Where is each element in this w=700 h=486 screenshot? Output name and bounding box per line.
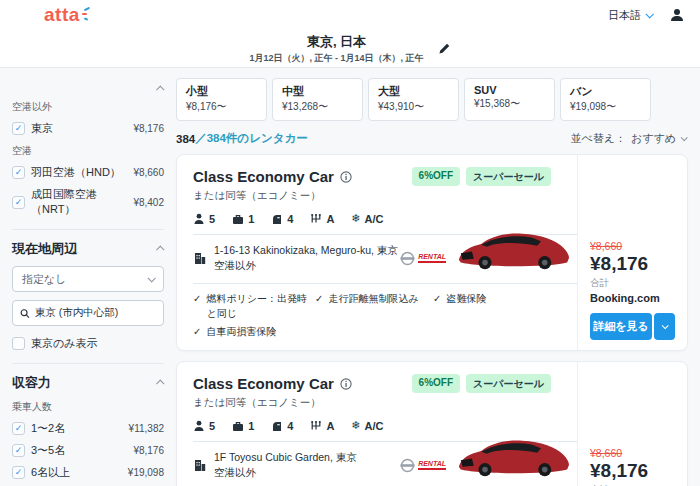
- divider: [193, 283, 577, 284]
- filter-checkbox-haneda[interactable]: ✓ 羽田空港（HND） ¥8,660: [12, 165, 164, 180]
- sort-dropdown[interactable]: 並べ替え： おすすめ: [570, 131, 686, 146]
- category-chips: 小型 ¥8,176〜 中型 ¥13,268〜 大型 ¥43,910〜 SUV ¥…: [176, 78, 688, 121]
- filter-checkbox-tokyo[interactable]: ✓ 東京 ¥8,176: [12, 121, 164, 136]
- chip-label: 小型: [186, 84, 257, 99]
- filter-label: 東京のみ表示: [31, 336, 98, 351]
- checkbox-checked-icon: ✓: [12, 196, 25, 209]
- discount-badge: 6%OFF: [412, 374, 460, 393]
- doors-count: 4: [287, 420, 293, 432]
- collapse-icon: [156, 379, 164, 387]
- filter-checkbox-6plus[interactable]: ✓ 6名以上 ¥19,098: [12, 465, 164, 480]
- check-icon: ✓: [315, 291, 323, 321]
- chip-price: ¥8,176〜: [186, 100, 257, 114]
- filter-price: ¥8,176: [133, 445, 164, 456]
- select-value: 指定なし: [22, 272, 67, 287]
- total-price: ¥8,176: [590, 460, 675, 482]
- transmission-type: A: [326, 213, 334, 225]
- pickup-address: 1-16-13 Kakinokizaka, Meguro-ku, 東京 空港以外: [214, 243, 398, 273]
- filter-checkbox-narita[interactable]: ✓ 成田国際空港（NRT） ¥8,402: [12, 187, 164, 217]
- collapse-icon: [156, 85, 164, 93]
- luggage-count: 1: [248, 213, 254, 225]
- nissan-emblem-icon: [400, 458, 415, 473]
- edit-search-button[interactable]: [438, 42, 451, 55]
- pencil-icon: [438, 42, 451, 55]
- results-count-link[interactable]: ／384件のレンタカー: [195, 131, 308, 146]
- original-price: ¥8,660: [590, 447, 675, 459]
- section-nearby[interactable]: 現在地周辺: [12, 240, 164, 258]
- search-summary-bar[interactable]: 東京, 日本 1月12日（火）, 正午 - 1月14日（木）, 正午: [0, 30, 700, 68]
- chip-midsize[interactable]: 中型 ¥13,268〜: [272, 78, 363, 121]
- chip-compact[interactable]: 小型 ¥8,176〜: [176, 78, 267, 121]
- seats-icon: [193, 213, 205, 225]
- section-departure[interactable]: [12, 86, 164, 92]
- chip-van[interactable]: バン ¥19,098〜: [560, 78, 651, 121]
- search-dates: 1月12日（火）, 正午 - 1月14日（木）, 正午: [249, 52, 423, 65]
- top-bar: atta 日本語: [0, 0, 700, 30]
- filter-label: 成田国際空港（NRT）: [31, 187, 127, 217]
- transmission-icon: [310, 213, 322, 225]
- info-icon[interactable]: [340, 171, 352, 183]
- policy-mileage: 走行距離無制限込み: [328, 291, 418, 321]
- super-sale-badge: スーパーセール: [466, 374, 551, 393]
- view-details-button[interactable]: 詳細を見る: [590, 313, 652, 340]
- checkbox-checked-icon: ✓: [12, 466, 25, 479]
- luggage-icon: [232, 213, 244, 225]
- car-class-title: Class Economy Car: [193, 168, 334, 185]
- car-class-subtitle: または同等（エコノミー）: [193, 396, 577, 410]
- filter-checkbox-1-2[interactable]: ✓ 1〜2名 ¥11,382: [12, 421, 164, 436]
- group-label-passengers: 乗車人数: [12, 400, 164, 414]
- chevron-down-icon: [147, 274, 155, 282]
- details-dropdown-button[interactable]: [654, 313, 675, 340]
- policy-theft: 盗難保険: [446, 291, 486, 321]
- nissan-emblem-icon: [400, 251, 415, 266]
- filter-label: 6名以上: [31, 465, 70, 480]
- transmission-icon: [310, 420, 322, 432]
- checkbox-unchecked-icon: [12, 337, 25, 350]
- ac-icon: ❄: [351, 212, 360, 225]
- nearby-radius-select[interactable]: 指定なし: [12, 266, 164, 292]
- provider-name: Booking.com: [590, 292, 675, 304]
- ac-label: A/C: [365, 420, 384, 432]
- sort-label: 並べ替え：: [570, 131, 626, 146]
- chip-label: SUV: [474, 84, 545, 96]
- building-icon: [193, 251, 207, 266]
- address-line: 1-16-13 Kakinokizaka, Meguro-ku, 東京: [214, 243, 398, 258]
- vendor-label: RENTAL: [418, 460, 446, 470]
- original-price: ¥8,660: [590, 240, 675, 252]
- filter-checkbox-only-tokyo[interactable]: 東京のみ表示: [12, 336, 164, 351]
- checkbox-checked-icon: ✓: [12, 444, 25, 457]
- location-search-input[interactable]: [35, 307, 156, 319]
- info-icon[interactable]: [340, 378, 352, 390]
- transmission-type: A: [326, 420, 334, 432]
- policy-damage: 自車両損害保険: [206, 324, 276, 339]
- results-header: 384 ／384件のレンタカー 並べ替え： おすすめ: [176, 131, 686, 146]
- building-icon: [193, 458, 207, 473]
- luggage-count: 1: [248, 420, 254, 432]
- doors-count: 4: [287, 213, 293, 225]
- car-class-subtitle: または同等（エコノミー）: [193, 189, 577, 203]
- user-account-icon[interactable]: [670, 8, 684, 22]
- address-note: 空港以外: [214, 465, 357, 480]
- doors-icon: [271, 213, 283, 225]
- chip-price: ¥15,368〜: [474, 97, 545, 111]
- chip-suv[interactable]: SUV ¥15,368〜: [464, 78, 555, 121]
- luggage-icon: [232, 420, 244, 432]
- checkbox-checked-icon: ✓: [12, 122, 25, 135]
- policy-list: ✓燃料ポリシー：出発時と同じ ✓走行距離無制限込み ✓盗難保険 ✓自車両損害保険: [193, 291, 577, 342]
- chip-fullsize[interactable]: 大型 ¥43,910〜: [368, 78, 459, 121]
- atta-logo[interactable]: atta: [44, 4, 91, 26]
- filter-checkbox-3-5[interactable]: ✓ 3〜5名 ¥8,176: [12, 443, 164, 458]
- policy-fuel: 燃料ポリシー：出発時と同じ: [206, 291, 315, 321]
- seats-count: 5: [209, 213, 215, 225]
- car-specs: 5 1 4 A ❄A/C: [193, 212, 577, 225]
- language-selector[interactable]: 日本語: [608, 8, 652, 23]
- chip-price: ¥43,910〜: [378, 100, 449, 114]
- chip-price: ¥19,098〜: [570, 100, 641, 114]
- chip-price: ¥13,268〜: [282, 100, 353, 114]
- location-search-field[interactable]: [12, 300, 164, 326]
- section-capacity[interactable]: 収容力: [12, 374, 164, 392]
- vendor-label: RENTAL: [418, 253, 446, 263]
- group-label-non-airport: 空港以外: [12, 100, 164, 114]
- discount-badge: 6%OFF: [412, 167, 460, 186]
- ac-icon: ❄: [351, 419, 360, 432]
